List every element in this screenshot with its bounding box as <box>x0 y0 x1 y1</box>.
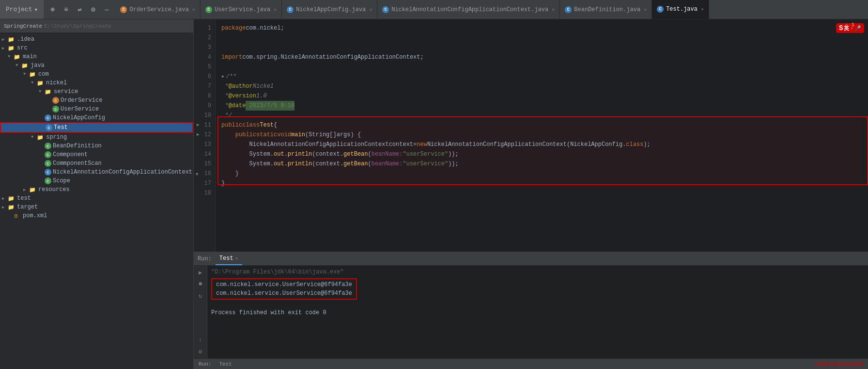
toolbar-icon-settings[interactable]: ⚙ <box>88 5 98 15</box>
cls-system-15: System <box>249 159 270 169</box>
kw-public-12: public <box>235 130 256 140</box>
tree-item-nickelappconfig[interactable]: C NickelAppConfig <box>0 113 193 122</box>
class-icon-commponent: C <box>45 151 51 158</box>
run-icon-scroll-end[interactable]: ↓ <box>196 335 205 345</box>
tree-label-test: Test <box>54 124 68 131</box>
tree-item-scope[interactable]: C Scope <box>0 176 193 185</box>
tree-item-resources[interactable]: ▶ 📁 resources <box>0 185 193 194</box>
output-blank <box>211 300 864 308</box>
toolbar-icon-sync[interactable]: ⇌ <box>75 5 84 15</box>
line-num-14: 14 <box>194 149 215 159</box>
tab-close-nickelappconfig[interactable]: ✕ <box>369 7 372 13</box>
tree-item-test[interactable]: C Test <box>0 122 193 133</box>
tab-nickelappconfig[interactable]: C NickelAppConfig.java ✕ <box>282 0 377 19</box>
tree-item-nickel[interactable]: ▼ 📁 nickel <box>0 79 193 87</box>
run-icon-stop[interactable]: ■ <box>196 279 205 289</box>
indent-12 <box>221 130 235 140</box>
tab-beandefinition[interactable]: C BeanDefinition.java ✕ <box>560 0 652 19</box>
run-panel-content: ▶ ■ ↻ ↓ ⚙ "D:\Program Files\jdk\64\bin\j… <box>194 266 868 358</box>
tree-item-com[interactable]: ▼ 📁 com <box>0 70 193 79</box>
tree-item-java[interactable]: ▼ 📁 java <box>0 61 193 70</box>
tab-label-nickelannotation: NickelAnnotationConfigApplicationContext… <box>391 6 548 13</box>
tree-item-userservice[interactable]: C UserService <box>0 105 193 113</box>
run-panel: Run: Test ✕ ▶ ■ ↻ ↓ ⚙ "D:\Program Fil <box>194 252 868 358</box>
folder-icon-com: 📁 <box>29 71 37 78</box>
tree-item-commponent[interactable]: C Commponent <box>0 150 193 159</box>
output-line2-text: com.nickel.service.UserService@6f94fa3e <box>216 290 352 297</box>
tree-item-idea[interactable]: ▶ 📁 .idea <box>0 35 193 44</box>
tree-label-commponent: Commponent <box>53 151 88 158</box>
folder-icon-src: 📁 <box>8 45 16 51</box>
paren-open-12: ( <box>305 130 309 140</box>
editor-area: S 英 · 🎤 ⚠ 1 1 2 3 4 5 6 7 8 9 10 11 12 1… <box>194 19 868 369</box>
code-line-4: import com.spring.NickelAnnotationConfig… <box>221 52 862 62</box>
tree-arrow-java: ▼ <box>16 63 21 68</box>
tab-icon-orderservice: C <box>120 6 127 13</box>
tree-item-pomxml[interactable]: 🗎 pom.xml <box>0 211 193 220</box>
class-icon-beandefinition: C <box>45 143 51 149</box>
tabs-bar: C OrderService.java ✕ C UserService.java… <box>115 0 868 19</box>
tab-test[interactable]: C Test.java ✕ <box>652 0 709 19</box>
run-icon-play[interactable]: ▶ <box>196 268 205 277</box>
dot1-14: . <box>270 149 274 159</box>
code-line-13: NickelAnnotationConfigApplicationContext… <box>221 140 862 149</box>
run-tab-test[interactable]: Test ✕ <box>216 252 242 265</box>
ann-date: @date <box>228 101 246 111</box>
tree-item-target[interactable]: ▶ 📁 target <box>0 203 193 211</box>
tab-close-userservice[interactable]: ✕ <box>274 7 277 13</box>
tab-close-beandefinition[interactable]: ✕ <box>644 7 647 13</box>
tree-item-nickelannotation[interactable]: C NickelAnnotationConfigApplicationConte… <box>0 168 193 176</box>
tree-item-main[interactable]: ▼ 📁 main <box>0 52 193 61</box>
class-icon-nickelannotation: C <box>45 169 51 176</box>
tree-item-service[interactable]: ▼ 📁 service <box>0 87 193 96</box>
kw-class-ref-13: class <box>626 140 643 149</box>
project-name: SpringCreate <box>4 23 42 29</box>
class-icon-userservice: C <box>52 106 59 112</box>
ann-version: @version <box>228 91 256 101</box>
run-icon-rerun[interactable]: ↻ <box>196 291 205 301</box>
tab-label-nickelappconfig: NickelAppConfig.java <box>296 6 366 13</box>
folder-icon-target: 📁 <box>8 204 16 210</box>
brace-close-17: } <box>221 178 225 188</box>
tree-label-commponentscan: CommponentScan <box>53 160 102 167</box>
toolbar-icon-structure[interactable]: ≡ <box>61 5 71 15</box>
code-line-18 <box>221 188 862 198</box>
kw-class-11: class <box>242 120 260 130</box>
fn-out-15: out <box>274 159 284 169</box>
class-icon-scope: C <box>45 177 51 184</box>
toolbar-icon-minimize[interactable]: — <box>102 5 111 15</box>
output-line1: com.nickel.service.UserService@6f94fa3e <box>216 280 352 289</box>
line-num-1: 1 <box>194 23 215 33</box>
tab-orderservice[interactable]: C OrderService.java ✕ <box>115 0 200 19</box>
tree-label-spring: spring <box>46 134 67 141</box>
tree-item-beandefinition[interactable]: C BeanDefinition <box>0 142 193 150</box>
line-num-4: 4 <box>194 52 215 62</box>
tab-label-test: Test.java <box>666 6 698 13</box>
tab-nickelannotation[interactable]: C NickelAnnotationConfigApplicationConte… <box>377 0 560 19</box>
fn-main: main <box>291 130 305 140</box>
run-tab-close[interactable]: ✕ <box>235 256 238 261</box>
tree-item-src[interactable]: ▶ 📁 src <box>0 44 193 52</box>
kw-import: import <box>221 52 242 62</box>
tab-close-nickelannotation[interactable]: ✕ <box>552 7 555 13</box>
tree-label-main: main <box>23 53 37 60</box>
code-content[interactable]: package com.nickel; import com.spring.Ni… <box>216 19 868 252</box>
tree-item-spring[interactable]: ▼ 📁 spring <box>0 133 193 142</box>
ann-author: @author <box>228 81 252 91</box>
tab-close-test[interactable]: ✕ <box>701 6 704 12</box>
project-menu[interactable]: Project ▾ <box>0 0 44 19</box>
project-path: E:\Study\SpringCreate <box>44 23 111 29</box>
tree-item-commponentscan[interactable]: C CommponentScan <box>0 159 193 168</box>
tab-userservice[interactable]: C UserService.java ✕ <box>201 0 282 19</box>
comment-author: * <box>221 81 228 91</box>
toolbar-icon-target[interactable]: ⊕ <box>47 5 57 15</box>
code-line-5 <box>221 62 862 72</box>
bracket-12: [] <box>329 130 336 140</box>
fn-getbean-15: getBean <box>343 159 368 169</box>
class-icon-test: C <box>46 124 52 131</box>
tree-item-test-folder[interactable]: ▶ 📁 test <box>0 194 193 203</box>
tree-label-target: target <box>17 204 38 210</box>
tree-item-orderservice[interactable]: C OrderService <box>0 96 193 105</box>
tab-close-orderservice[interactable]: ✕ <box>192 7 195 13</box>
run-icon-settings[interactable]: ⚙ <box>196 347 205 356</box>
